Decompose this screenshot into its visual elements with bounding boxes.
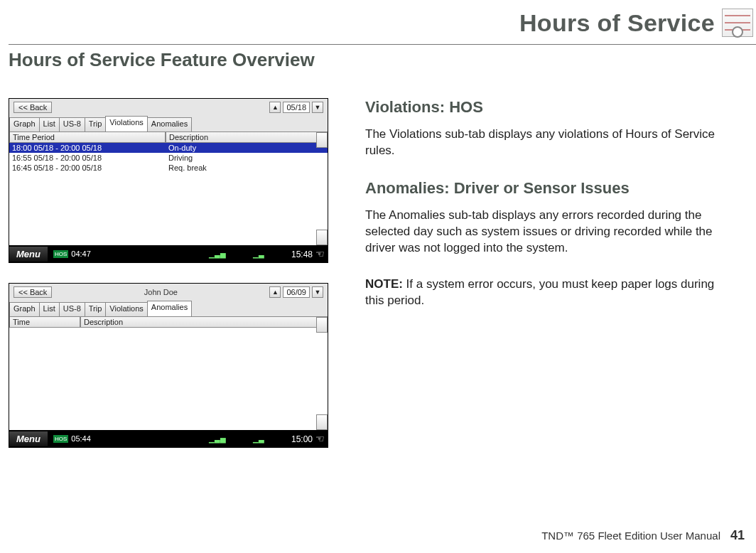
signal-icon: ▁▃▅ (209, 250, 226, 258)
table-row[interactable]: 16:45 05/18 - 20:00 05/18 Req. break (9, 163, 328, 173)
driver-name: John Doe (144, 288, 178, 296)
tab-graph[interactable]: Graph (9, 302, 40, 316)
heading-violations: Violations: HOS (365, 98, 735, 117)
hos-badge: HOS (53, 435, 68, 443)
scroll-up-button[interactable] (316, 132, 328, 148)
footer: TND™ 765 Fleet Edition User Manual 41 (541, 528, 745, 543)
date-display: 06/09 (283, 286, 310, 298)
tabs: Graph List US-8 Trip Violations Anomalie… (9, 301, 328, 316)
scroll-down-button[interactable] (316, 230, 328, 245)
screenshot-anomalies: << Back John Doe ▲ 06/09 ▼ Graph List US… (9, 283, 328, 448)
tab-us8[interactable]: US-8 (59, 302, 85, 316)
menu-button[interactable]: Menu (9, 431, 48, 446)
date-next-button[interactable]: ▼ (312, 286, 323, 298)
back-button[interactable]: << Back (14, 102, 52, 113)
manual-name: TND™ 765 Fleet Edition User Manual (541, 530, 720, 542)
note-body: If a system error occurs, you must keep … (365, 277, 714, 307)
col-description: Description (166, 132, 328, 143)
signal-icon-2: ▁▃ (253, 250, 264, 258)
tab-list[interactable]: List (39, 302, 60, 316)
tab-violations[interactable]: Violations (105, 302, 148, 316)
touch-icon: ☜ (315, 433, 325, 444)
tab-anomalies[interactable]: Anomalies (147, 117, 192, 131)
heading-anomalies: Anomalies: Driver or Sensor Issues (365, 179, 735, 198)
section-title: Hours of Service Feature Overview (9, 49, 756, 71)
screenshot-violations: << Back ▲ 05/18 ▼ Graph List US-8 Trip V… (9, 98, 328, 263)
touch-icon: ☜ (315, 248, 325, 259)
header-rule (9, 44, 756, 45)
date-prev-button[interactable]: ▲ (269, 102, 281, 113)
hos-badge: HOS (53, 250, 68, 258)
para-anomalies: The Anomalies sub-tab displays any error… (365, 208, 735, 257)
back-button[interactable]: << Back (14, 286, 52, 298)
clock: 15:48 (291, 249, 313, 259)
tab-list[interactable]: List (39, 117, 60, 131)
tab-us8[interactable]: US-8 (59, 117, 85, 131)
tab-trip[interactable]: Trip (85, 302, 107, 316)
scroll-down-button[interactable] (316, 414, 328, 430)
para-note: NOTE: If a system error occurs, you must… (365, 276, 735, 309)
date-display: 05/18 (283, 102, 310, 113)
hos-time: 04:47 (71, 249, 91, 258)
page-number: 41 (730, 528, 745, 543)
col-time: Time (9, 317, 80, 328)
signal-icon-2: ▁▃ (253, 435, 264, 443)
col-description: Description (80, 317, 328, 328)
col-time-period: Time Period (9, 132, 166, 143)
tab-violations[interactable]: Violations (105, 116, 148, 131)
date-next-button[interactable]: ▼ (312, 102, 323, 113)
tabs: Graph List US-8 Trip Violations Anomalie… (9, 116, 328, 131)
chapter-icon (722, 9, 753, 37)
scroll-up-button[interactable] (316, 317, 328, 333)
table-body: 18:00 05/18 - 20:00 05/18 On-duty 16:55 … (9, 143, 328, 173)
table-row[interactable]: 16:55 05/18 - 20:00 05/18 Driving (9, 153, 328, 163)
tab-trip[interactable]: Trip (85, 117, 107, 131)
chapter-header: Hours of Service (9, 9, 756, 37)
hos-time: 05:44 (71, 434, 91, 443)
table-row[interactable]: 18:00 05/18 - 20:00 05/18 On-duty (9, 143, 328, 153)
chapter-title: Hours of Service (519, 9, 715, 37)
note-label: NOTE: (365, 277, 403, 291)
tab-graph[interactable]: Graph (9, 117, 40, 131)
para-violations: The Violations sub-tab displays any viol… (365, 127, 735, 159)
signal-icon: ▁▃▅ (209, 435, 226, 443)
date-prev-button[interactable]: ▲ (269, 286, 281, 298)
tab-anomalies[interactable]: Anomalies (147, 301, 192, 316)
clock: 15:00 (291, 434, 313, 444)
menu-button[interactable]: Menu (9, 247, 48, 262)
